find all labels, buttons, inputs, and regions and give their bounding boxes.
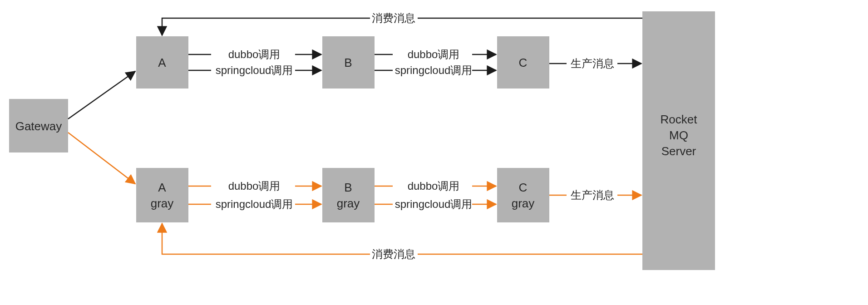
edge-b-c-sc-label: springcloud调用 xyxy=(395,64,473,76)
node-c-gray-label-2: gray xyxy=(512,197,535,210)
node-gateway: Gateway xyxy=(9,99,68,152)
edge-a-b-sc-label: springcloud调用 xyxy=(216,64,293,76)
node-c-label: C xyxy=(519,56,528,69)
node-a: A xyxy=(136,36,188,89)
edge-gateway-a-gray xyxy=(68,133,135,184)
edge-mq-ag-consume-label: 消费消息 xyxy=(372,248,415,260)
edge-b-c-dubbo-label: dubbo调用 xyxy=(408,48,460,60)
edge-cg-mq-label: 生产消息 xyxy=(571,189,614,201)
svg-rect-4 xyxy=(136,168,188,222)
node-b-gray: B gray xyxy=(322,168,375,222)
node-b-label: B xyxy=(344,56,352,69)
node-a-gray: A gray xyxy=(136,168,188,222)
edge-mq-a-consume-label: 消费消息 xyxy=(372,12,415,24)
node-c: C xyxy=(497,36,549,89)
edge-gateway-a xyxy=(68,71,135,119)
node-b-gray-label-1: B xyxy=(344,181,352,194)
node-gateway-label: Gateway xyxy=(15,119,62,133)
node-b-gray-label-2: gray xyxy=(337,197,360,210)
node-mq-label-2: MQ xyxy=(669,128,688,142)
edge-c-mq-label: 生产消息 xyxy=(571,57,614,69)
edge-bg-cg-dubbo-label: dubbo调用 xyxy=(408,180,460,192)
node-c-gray: C gray xyxy=(497,168,549,222)
svg-rect-5 xyxy=(322,168,375,222)
node-c-gray-label-1: C xyxy=(519,181,528,194)
node-mq-label-3: Server xyxy=(661,144,696,158)
edge-bg-cg-sc-label: springcloud调用 xyxy=(395,198,473,210)
edge-ag-bg-sc-label: springcloud调用 xyxy=(216,198,293,210)
node-a-gray-label-2: gray xyxy=(151,197,174,210)
node-b: B xyxy=(322,36,375,89)
edge-ag-bg-dubbo-label: dubbo调用 xyxy=(228,180,281,192)
svg-rect-6 xyxy=(497,168,549,222)
node-mq-label-1: Rocket xyxy=(661,113,698,126)
edge-a-b-dubbo-label: dubbo调用 xyxy=(228,48,281,60)
node-a-gray-label-1: A xyxy=(158,181,166,194)
node-a-label: A xyxy=(158,56,166,69)
node-mq: Rocket MQ Server xyxy=(642,11,715,270)
